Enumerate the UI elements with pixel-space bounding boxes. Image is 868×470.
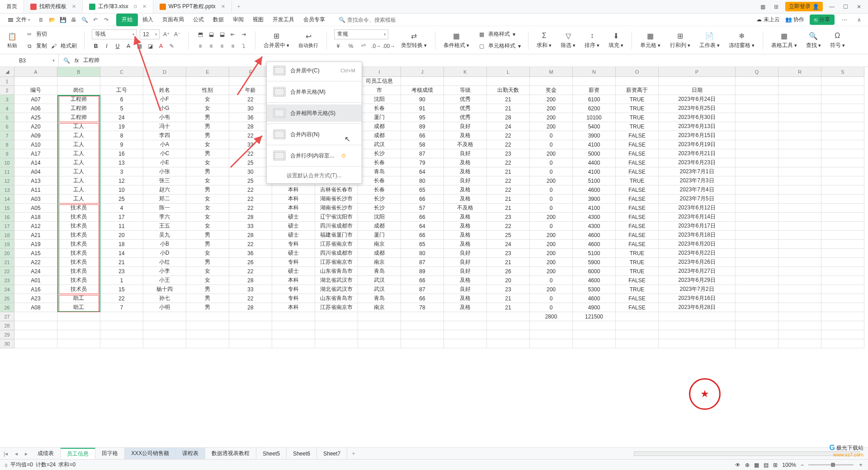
cell[interactable]: 工人 [57,167,100,176]
cell[interactable]: 12 [100,176,143,185]
cell[interactable]: 女 [186,267,229,276]
menu-tab[interactable]: 插入 [138,14,158,26]
redo-icon[interactable]: ↷ [103,16,110,24]
cell[interactable]: 工人 [57,158,100,167]
row-header[interactable]: 3 [0,95,14,104]
cell[interactable]: 0 [530,185,573,195]
col-header[interactable]: B [57,67,100,77]
title-tab[interactable]: 工作簿3.xlsx✕ [83,0,153,13]
cell-style-icon[interactable]: ▢ [477,42,486,50]
cell[interactable]: 2023年6月13日 [659,122,736,131]
cell[interactable] [821,104,864,113]
row-header[interactable]: 25 [0,294,14,303]
zoom-slider[interactable] [808,464,854,465]
zoom-out-icon[interactable]: − [801,462,804,468]
sheet-prev-icon[interactable]: ◂ [11,451,21,457]
preview-icon[interactable]: 🔍 [81,16,88,24]
merge-option[interactable]: 合并单元格(M) [267,83,362,100]
cell[interactable]: TRUE [616,113,659,122]
cell[interactable]: 市 [358,86,401,95]
cell[interactable]: 奖金 [530,86,573,95]
cell[interactable]: 王五 [143,222,186,231]
cell[interactable]: 工号 [100,86,143,95]
cell[interactable] [229,339,272,348]
merge-option[interactable]: 合并相同单元格(S) [267,104,362,122]
cell[interactable]: 23 [100,267,143,276]
cell[interactable] [736,86,778,95]
cell[interactable]: 薪资 [573,86,616,95]
cell[interactable] [778,195,821,204]
cell[interactable] [736,249,778,258]
cell[interactable] [736,276,778,285]
cell[interactable] [736,204,778,213]
cell[interactable] [778,222,821,231]
cell[interactable]: 5100 [573,176,616,185]
cell[interactable]: 小王 [143,276,186,285]
cell[interactable]: 16 [100,149,143,158]
freeze-button[interactable]: ❄冻结窗格 ▾ [726,28,757,52]
cell[interactable]: 长沙 [358,195,401,204]
cell[interactable] [821,276,864,285]
cell[interactable]: 2023年6月23日 [659,158,736,167]
new-icon[interactable]: 🗎 [38,16,45,24]
cell[interactable]: 6 [100,95,143,104]
cell[interactable]: 技术员 [57,276,100,285]
cell[interactable]: 13 [100,158,143,167]
cell[interactable]: FALSE [616,204,659,213]
cell[interactable] [143,77,186,86]
cell[interactable] [778,158,821,167]
cell[interactable]: FALSE [616,240,659,249]
cell[interactable]: 65 [401,240,444,249]
cell[interactable] [821,113,864,122]
cell[interactable]: 及格 [444,167,487,176]
cell[interactable] [821,258,864,267]
cell[interactable] [821,231,864,240]
cell[interactable]: 长春 [358,176,401,185]
cell[interactable]: 本科 [272,204,315,213]
cell[interactable] [821,321,864,330]
merge-option[interactable]: 合并内容(N) [267,126,362,143]
cell[interactable]: 3900 [573,195,616,204]
cell[interactable] [736,176,778,185]
cell[interactable]: 17 [100,213,143,222]
cell[interactable] [530,330,573,339]
cell[interactable]: 良好 [444,176,487,185]
cell[interactable]: A25 [14,113,57,122]
cell[interactable] [315,321,358,330]
cell[interactable]: 2023年7月2日 [659,285,736,294]
cell[interactable] [573,77,616,86]
cell[interactable] [659,312,736,321]
cell[interactable]: 2023年6月26日 [659,258,736,267]
cell[interactable] [736,240,778,249]
sheet-tab[interactable]: 员工信息 [61,448,95,459]
cell[interactable] [736,131,778,140]
col-header[interactable]: N [573,67,616,77]
align-top-icon[interactable]: ⬒ [196,30,204,38]
cell[interactable]: 200 [530,249,573,258]
copy-icon[interactable]: ⧉ [25,42,33,50]
cell[interactable] [358,330,401,339]
cell[interactable]: 57 [401,204,444,213]
cell[interactable]: 江苏省南京市 [315,303,358,312]
cell[interactable] [778,213,821,222]
cell[interactable] [401,330,444,339]
cell[interactable] [315,330,358,339]
cell[interactable]: A14 [14,158,57,167]
cell[interactable]: 成都 [358,131,401,140]
cell[interactable]: 工人 [57,140,100,149]
cell[interactable] [272,339,315,348]
coop-button[interactable]: 👥 协作 [785,16,804,24]
cell[interactable]: 2023年6月18日 [659,231,736,240]
cell[interactable]: 司员工信息 [358,77,401,86]
cell[interactable]: 4600 [573,294,616,303]
cell[interactable]: 200 [530,231,573,240]
cell[interactable] [821,267,864,276]
cell[interactable]: 硕士 [272,231,315,240]
cell[interactable]: 小F [143,95,186,104]
cell[interactable]: 2023年6月22日 [659,249,736,258]
cell[interactable]: 硕士 [272,249,315,258]
collapse-icon[interactable]: ∧ [854,15,863,24]
cell[interactable]: 22 [229,149,272,158]
cell[interactable]: 小张 [143,167,186,176]
cell[interactable] [616,321,659,330]
